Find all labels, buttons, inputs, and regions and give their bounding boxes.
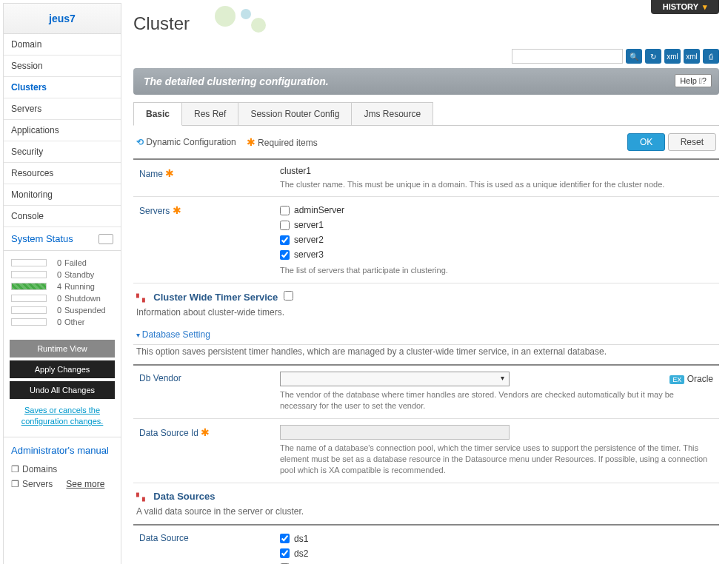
nav-item-session[interactable]: Session [4,56,121,77]
datasource-checkbox-ds1[interactable] [280,534,290,543]
server-option-label: server2 [294,235,324,245]
timer-section-desc: Information about cluster-wide timers. [133,306,719,325]
datasource-option-label: ds1 [294,534,308,544]
ok-button[interactable]: OK [627,133,665,151]
nav-item-monitoring[interactable]: Monitoring [4,184,121,206]
database-setting-desc: This option saves persistent timer handl… [133,345,719,364]
help-button[interactable]: Help ⃝? [675,74,712,87]
toolbar: 🔍 ↻ xml xml ⎙ [133,49,719,64]
status-bar [11,283,47,290]
status-standby: 0Standby [11,269,113,281]
brand[interactable]: jeus7 [4,4,121,34]
legend-row: ⟲ Dynamic Configuration ✱ Required items… [133,126,719,158]
apply-changes-button[interactable]: Apply Changes [10,360,115,378]
name-label: Name ✱ [133,160,274,196]
data-source-id-desc: The name of a database's connection pool… [280,443,713,477]
save-cancel-link[interactable]: Saves or cancels the configuration chang… [10,402,115,431]
nav-item-clusters[interactable]: Clusters [4,77,121,98]
tabs: BasicRes RefSession Router ConfigJms Res… [133,102,719,126]
page-banner: The detailed clustering configuration. H… [133,68,719,95]
name-desc: The cluster name. This must be unique in… [280,179,713,190]
nav-item-security[interactable]: Security [4,141,121,163]
name-value: cluster1 [280,166,713,176]
main-content: HISTORY Cluster 🔍 ↻ xml xml ⎙ The detail… [124,0,728,564]
server-option-label: server1 [294,220,324,230]
nav-item-domain[interactable]: Domain [4,34,121,56]
datasource-checkbox-ds2[interactable] [280,548,290,558]
db-vendor-label: Db Vendor [133,366,274,418]
status-shutdown: 0Shutdown [11,292,113,304]
data-sources-section-desc: A valid data source in the server or clu… [133,505,719,524]
admin-manual: Administrator's manual ❐Domains ❐Servers… [4,437,121,499]
timer-service-checkbox[interactable] [284,291,293,301]
status-failed: 0Failed [11,257,113,269]
sidebar: jeus7 DomainSessionClustersServersApplic… [3,3,121,564]
search-input[interactable] [512,49,623,64]
status-bar [11,295,47,302]
nav-item-applications[interactable]: Applications [4,120,121,141]
db-vendor-select[interactable] [280,372,510,386]
runtime-view-button[interactable]: Runtime View [10,340,115,357]
decorative-bubbles [215,6,270,31]
page-title: Cluster [133,6,719,49]
refresh-icon[interactable]: ↻ [645,49,661,64]
timer-section-header: ▘▖ Cluster Wide Timer Service [133,283,719,306]
data-sources-section-header: ▘▖ Data Sources [133,483,719,505]
tab-session-router-config[interactable]: Session Router Config [238,102,352,125]
servers-label: Servers ✱ [133,197,274,282]
manual-domains[interactable]: ❐Domains [11,462,113,477]
server-checkbox-server3[interactable] [280,250,290,260]
tab-jms-resource[interactable]: Jms Resource [351,102,433,125]
doc-icon: ❐ [11,464,19,474]
system-status-title: System Status [11,233,73,244]
status-list: 0Failed0Standby4Running0Shutdown0Suspend… [4,251,121,334]
nav-list: DomainSessionClustersServersApplications… [4,34,121,227]
status-bar [11,259,47,266]
dynamic-config-icon: ⟲ [136,137,144,147]
reset-button[interactable]: Reset [668,133,716,151]
data-source-id-label: Data Source Id ✱ [133,419,274,483]
form-table: Name ✱ cluster1 The cluster name. This m… [133,158,719,283]
servers-desc: The list of servers that participate in … [280,265,713,276]
nav-item-servers[interactable]: Servers [4,98,121,120]
required-star-icon: ✱ [247,136,256,148]
laptop-icon [98,234,113,244]
db-vendor-example: Oracle [687,374,713,384]
undo-all-changes-button[interactable]: Undo All Changes [10,381,115,399]
status-bar [11,318,47,326]
section-marker-icon: ▘▖ [136,294,148,302]
export-xml-icon[interactable]: xml [664,49,681,64]
nav-item-resources[interactable]: Resources [4,163,121,184]
required-items-label: Required items [258,138,318,148]
database-setting-toggle[interactable]: Database Setting [133,325,719,345]
server-option-label: server3 [294,249,324,260]
server-option-label: adminServer [294,205,344,215]
system-status-header[interactable]: System Status [4,227,121,251]
settings-icon[interactable]: ⎙ [703,49,719,64]
see-more-link[interactable]: See more [66,479,104,489]
section-marker-icon: ▘▖ [136,493,148,501]
search-icon[interactable]: 🔍 [626,49,642,64]
status-running: 4Running [11,281,113,292]
status-suspended: 0Suspended [11,304,113,316]
tab-res-ref[interactable]: Res Ref [181,102,238,125]
db-vendor-desc: The vendor of the database where timer h… [280,389,713,412]
import-xml-icon[interactable]: xml [684,49,700,64]
ex-badge: EX [669,375,684,384]
nav-item-console[interactable]: Console [4,206,121,227]
data-source-id-input[interactable] [280,425,510,440]
doc-icon: ❐ [11,479,19,489]
server-checkbox-adminServer[interactable] [280,206,290,215]
manual-servers[interactable]: ❐Servers See more [11,477,113,491]
datasource-option-label: ds2 [294,548,308,559]
sidebar-buttons: Runtime View Apply Changes Undo All Chan… [4,334,121,437]
tab-basic[interactable]: Basic [133,102,182,126]
status-bar [11,271,47,278]
server-checkbox-server2[interactable] [280,235,290,245]
dynamic-config-label: Dynamic Configuration [146,137,236,147]
status-other: 0Other [11,316,113,328]
status-bar [11,306,47,314]
server-checkbox-server1[interactable] [280,221,290,230]
admin-manual-title: Administrator's manual [11,445,113,456]
data-source-label: Data Source [133,526,274,564]
